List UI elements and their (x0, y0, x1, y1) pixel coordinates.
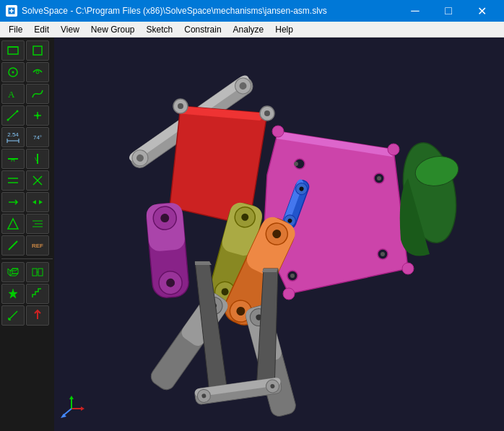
tool-dimension[interactable]: 2.54 (1, 127, 25, 147)
menu-analyze[interactable]: Analyze (227, 22, 270, 38)
maximize-button[interactable]: □ (432, 0, 465, 22)
tool-row-1 (1, 40, 53, 61)
menu-help[interactable]: Help (269, 22, 299, 38)
title-bar-left: SolveSpace - C:\Program Files (x86)\Solv… (6, 5, 327, 17)
menu-view[interactable]: View (55, 22, 85, 38)
svg-marker-119 (69, 396, 74, 399)
svg-point-54 (272, 126, 284, 137)
tool-unfold[interactable] (26, 262, 49, 282)
menu-constrain[interactable]: Constrain (178, 22, 227, 38)
svg-point-49 (377, 176, 381, 180)
tool-arc[interactable] (26, 62, 49, 82)
svg-marker-39 (9, 289, 17, 298)
tool-arrows[interactable] (26, 192, 49, 212)
mechanism-canvas (54, 38, 504, 431)
tool-angle[interactable]: 74° (26, 127, 49, 147)
menu-bar: File Edit View New Group Sketch Constrai… (0, 22, 504, 38)
svg-text:A: A (8, 89, 15, 100)
svg-point-11 (7, 119, 9, 121)
tool-ref[interactable]: REF (26, 235, 49, 256)
tool-point[interactable] (26, 105, 49, 126)
tool-row-7 (1, 170, 53, 191)
tool-circle[interactable] (1, 62, 25, 82)
tool-line[interactable] (1, 105, 25, 126)
minimize-button[interactable]: ─ (399, 0, 432, 22)
svg-rect-3 (8, 47, 18, 54)
tool-rect[interactable] (1, 40, 25, 61)
svg-point-8 (36, 71, 39, 74)
svg-text:H: H (11, 157, 15, 163)
tool-parallel[interactable] (1, 170, 25, 191)
axis-svg (57, 394, 86, 423)
svg-point-69 (178, 103, 183, 109)
tool-row-3: A (1, 84, 53, 104)
tool-triangle[interactable] (1, 214, 25, 234)
tool-row-12 (1, 284, 53, 304)
tool-row-11 (1, 262, 53, 282)
tool-up-arrow[interactable] (26, 305, 49, 326)
svg-point-15 (36, 114, 39, 117)
tool-steps[interactable] (26, 284, 49, 304)
title-controls: ─ □ ✕ (399, 0, 498, 22)
tool-spline[interactable] (26, 84, 49, 104)
svg-rect-37 (38, 269, 43, 276)
tool-square[interactable] (26, 40, 49, 61)
title-bar: SolveSpace - C:\Program Files (x86)\Solv… (0, 0, 504, 22)
tool-move[interactable] (1, 192, 25, 212)
tool-diagonal[interactable] (1, 305, 25, 326)
tool-row-9 (1, 214, 53, 234)
app-icon (6, 5, 17, 17)
svg-marker-27 (8, 219, 18, 229)
svg-line-10 (8, 111, 17, 120)
tool-row-4 (1, 105, 53, 126)
divider-1 (1, 258, 53, 259)
menu-sketch[interactable]: Sketch (141, 22, 179, 38)
svg-line-40 (9, 311, 17, 320)
svg-line-31 (9, 241, 17, 250)
angle-label: 74° (33, 134, 42, 141)
menu-edit[interactable]: Edit (28, 22, 55, 38)
svg-point-55 (388, 144, 399, 155)
svg-point-53 (290, 274, 295, 278)
svg-text:V: V (35, 156, 39, 162)
tool-row-8 (1, 192, 53, 212)
toolbar: A 2.54 74° (0, 38, 54, 431)
tool-multiline[interactable] (26, 214, 49, 234)
svg-marker-117 (81, 406, 84, 411)
window-title: SolveSpace - C:\Program Files (x86)\Solv… (22, 6, 327, 16)
svg-marker-32 (8, 269, 10, 276)
svg-point-57 (283, 288, 295, 300)
tool-row-2 (1, 62, 53, 82)
tool-slash[interactable] (1, 235, 25, 256)
viewport[interactable] (54, 38, 504, 431)
dim-label: 2.54 (7, 131, 19, 138)
menu-file[interactable]: File (3, 22, 28, 38)
svg-marker-107 (195, 261, 212, 265)
svg-point-73 (264, 110, 270, 116)
main-layout: A 2.54 74° (0, 38, 504, 431)
svg-point-12 (17, 110, 19, 113)
tool-horizontal[interactable]: H (1, 149, 25, 169)
menu-new-group[interactable]: New Group (85, 22, 141, 38)
svg-point-7 (12, 71, 14, 74)
tool-text[interactable]: A (1, 84, 25, 104)
svg-point-51 (381, 252, 385, 256)
svg-rect-36 (32, 269, 37, 276)
close-button[interactable]: ✕ (465, 0, 498, 22)
ref-label: REF (32, 243, 43, 249)
tool-row-6: H V (1, 149, 53, 169)
tool-row-10: REF (1, 235, 53, 256)
tool-row-5: 2.54 74° (1, 127, 53, 147)
tool-perp[interactable] (26, 170, 49, 191)
tool-3dbox[interactable] (1, 262, 25, 282)
tool-row-13 (1, 305, 53, 326)
svg-rect-5 (33, 46, 42, 55)
tool-star[interactable] (1, 284, 25, 304)
axis-arrows (57, 394, 86, 425)
svg-marker-109 (262, 269, 278, 272)
tool-vertical[interactable]: V (26, 149, 49, 169)
svg-point-47 (294, 162, 298, 166)
svg-point-56 (402, 263, 414, 274)
